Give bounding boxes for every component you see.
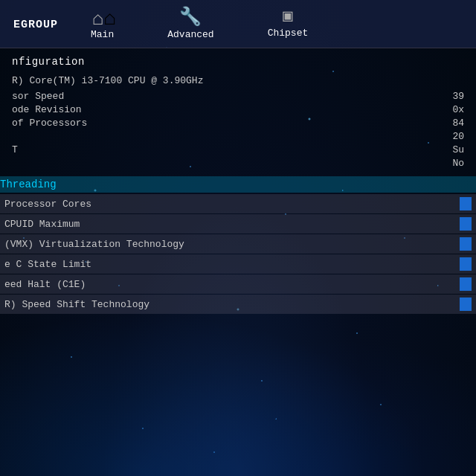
nav-item-main[interactable]: ⌂ Main — [79, 6, 126, 43]
cpu-name: R) Core(TM) i3-7100 CPU @ 3.90GHz — [12, 75, 464, 86]
top-section: nfiguration R) Core(TM) i3-7100 CPU @ 3.… — [0, 48, 476, 175]
window-title: EGROUP — [0, 19, 71, 31]
processor-speed-label: sor Speed — [12, 91, 64, 102]
menu-item-value-1 — [460, 217, 472, 231]
list-item[interactable]: R) Speed Shift Technology — [0, 295, 476, 314]
nav-item-chipset[interactable]: ▣ Chipset — [256, 6, 321, 43]
menu-item-label-0: Processor Cores — [4, 199, 91, 210]
nav-main-label: Main — [91, 29, 114, 40]
menu-list: Processor Cores CPUID Maximum (VMX) Virt… — [0, 194, 476, 314]
ht-value-label: Su — [452, 144, 464, 155]
list-item[interactable]: (VMX) Virtualization Technology — [0, 234, 476, 254]
list-item[interactable]: Processor Cores — [0, 194, 476, 213]
bios-screen: EGROUP ⌂ Main 🔧 Advanced ▣ Chipset nfigu… — [0, 0, 476, 476]
home-icon: ⌂ — [92, 9, 113, 27]
menu-item-value-4 — [460, 277, 472, 291]
microcode-label: ode Revision — [12, 104, 82, 115]
extra-value1: 20 — [452, 131, 464, 142]
menu-item-value-3 — [460, 257, 472, 271]
selected-menu-item[interactable]: Threading — [0, 176, 476, 193]
menu-item-label-4: eed Halt (C1E) — [4, 279, 86, 290]
menu-item-label-1: CPUID Maximum — [4, 219, 80, 230]
menu-item-label-5: R) Speed Shift Technology — [4, 299, 149, 310]
processor-count-value: 84 — [452, 118, 464, 129]
info-table: sor Speed 39 ode Revision 0x of Processo… — [12, 91, 464, 169]
list-item[interactable]: e C State Limit — [0, 254, 476, 274]
list-item[interactable]: CPUID Maximum — [0, 214, 476, 234]
selected-item-label: Threading — [0, 178, 57, 190]
nav-advanced-label: Advanced — [167, 29, 213, 40]
menu-item-value-0 — [460, 197, 472, 210]
nav-chipset-label: Chipset — [268, 28, 309, 39]
processor-count-label: of Processors — [12, 118, 87, 129]
nav-items: ⌂ Main 🔧 Advanced ▣ Chipset — [79, 6, 320, 43]
ht-row2: No — [12, 158, 464, 169]
chip-icon: ▣ — [283, 9, 292, 25]
processor-speed-value: 39 — [452, 91, 464, 102]
menu-item-value-5 — [460, 298, 472, 311]
nav-bar: EGROUP ⌂ Main 🔧 Advanced ▣ Chipset — [0, 0, 476, 48]
menu-item-label-2: (VMX) Virtualization Technology — [4, 239, 184, 250]
nebula-background — [0, 286, 476, 476]
list-item[interactable]: eed Halt (C1E) — [0, 274, 476, 294]
microcode-row: ode Revision 0x — [12, 104, 464, 115]
ht-value2: No — [452, 158, 464, 169]
nav-item-advanced[interactable]: 🔧 Advanced — [155, 6, 225, 43]
processor-speed-row: sor Speed 39 — [12, 91, 464, 102]
menu-item-label-3: e C State Limit — [4, 259, 91, 270]
menu-item-value-2 — [460, 237, 472, 251]
microcode-value: 0x — [452, 104, 464, 115]
section-title: nfiguration — [12, 56, 464, 68]
ht-row: T Su — [12, 144, 464, 155]
extra-row1: 20 — [12, 131, 464, 142]
processor-count-row: of Processors 84 — [12, 118, 464, 129]
ht-label: T — [12, 144, 18, 155]
wrench-icon: 🔧 — [179, 9, 202, 27]
